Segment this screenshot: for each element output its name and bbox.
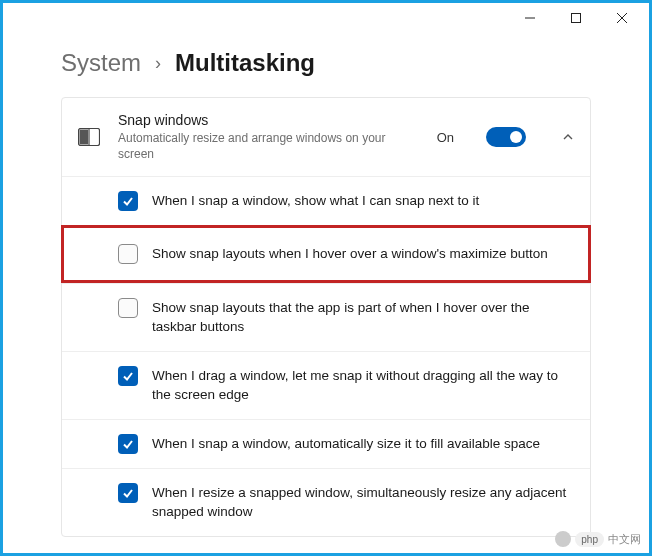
svg-rect-6 <box>80 130 89 145</box>
option-row: When I drag a window, let me snap it wit… <box>62 351 590 419</box>
snap-windows-toggle[interactable] <box>486 127 526 147</box>
option-label: When I snap a window, show what I can sn… <box>152 191 479 211</box>
watermark-badge: php <box>575 532 604 547</box>
option-label: Show snap layouts when I hover over a wi… <box>152 244 548 264</box>
toggle-state-label: On <box>437 130 454 145</box>
breadcrumb: System › Multitasking <box>3 33 649 97</box>
checkmark-icon <box>122 370 134 382</box>
options-list: When I snap a window, show what I can sn… <box>62 176 590 535</box>
option-label: When I snap a window, automatically size… <box>152 434 540 454</box>
header-text: Snap windows Automatically resize and ar… <box>118 112 419 162</box>
option-checkbox[interactable] <box>118 434 138 454</box>
close-icon <box>617 13 627 23</box>
content-area: Snap windows Automatically resize and ar… <box>3 97 649 537</box>
watermark-logo <box>555 531 571 547</box>
option-label: When I drag a window, let me snap it wit… <box>152 366 574 405</box>
checkmark-icon <box>122 195 134 207</box>
option-checkbox[interactable] <box>118 244 138 264</box>
snap-windows-icon <box>78 128 100 146</box>
breadcrumb-parent[interactable]: System <box>61 49 141 77</box>
header-description: Automatically resize and arrange windows… <box>118 130 419 162</box>
option-row: When I snap a window, show what I can sn… <box>62 176 590 225</box>
snap-windows-card: Snap windows Automatically resize and ar… <box>61 97 591 537</box>
toggle-knob <box>510 131 522 143</box>
option-label: When I resize a snapped window, simultan… <box>152 483 574 522</box>
titlebar <box>3 3 649 33</box>
option-row: Show snap layouts when I hover over a wi… <box>61 225 591 283</box>
option-row: When I snap a window, automatically size… <box>62 419 590 468</box>
svg-rect-1 <box>572 14 581 23</box>
close-button[interactable] <box>599 3 645 33</box>
option-checkbox[interactable] <box>118 483 138 503</box>
option-row: When I resize a snapped window, simultan… <box>62 468 590 536</box>
option-checkbox[interactable] <box>118 366 138 386</box>
option-checkbox[interactable] <box>118 191 138 211</box>
maximize-button[interactable] <box>553 3 599 33</box>
checkmark-icon <box>122 438 134 450</box>
chevron-right-icon: › <box>155 53 161 74</box>
maximize-icon <box>571 13 581 23</box>
breadcrumb-current: Multitasking <box>175 49 315 77</box>
watermark-text: 中文网 <box>608 532 641 547</box>
window-frame: System › Multitasking Snap windows Autom… <box>0 0 652 556</box>
checkmark-icon <box>122 487 134 499</box>
option-label: Show snap layouts that the app is part o… <box>152 298 574 337</box>
minimize-button[interactable] <box>507 3 553 33</box>
option-row: Show snap layouts that the app is part o… <box>62 283 590 351</box>
watermark: php 中文网 <box>555 531 641 547</box>
header-title: Snap windows <box>118 112 419 128</box>
snap-windows-header[interactable]: Snap windows Automatically resize and ar… <box>62 98 590 176</box>
chevron-up-icon <box>562 131 574 143</box>
minimize-icon <box>525 13 535 23</box>
option-checkbox[interactable] <box>118 298 138 318</box>
